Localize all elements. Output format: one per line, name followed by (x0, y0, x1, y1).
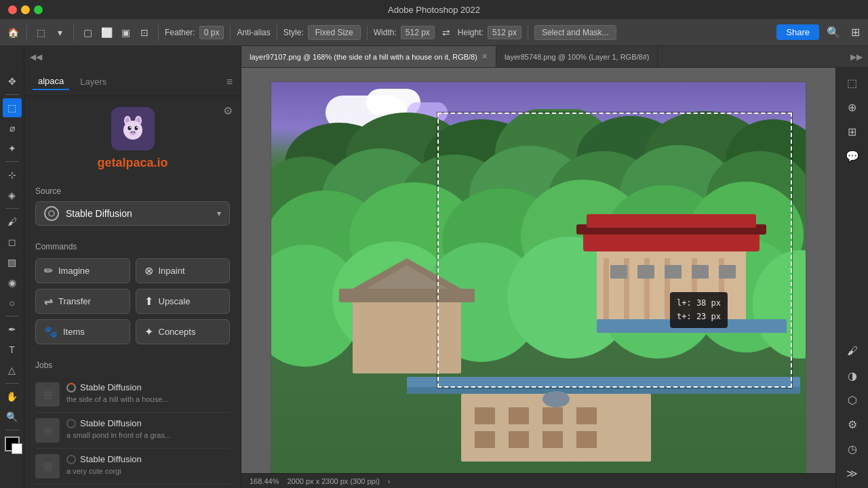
close-button[interactable] (8, 5, 17, 14)
job-thumb-icon-2: ⊞ (43, 424, 52, 437)
pen-tool[interactable]: ✒ (3, 320, 22, 339)
right-gradient-icon[interactable]: ◑ (842, 365, 863, 386)
style-label: Style: (283, 28, 304, 37)
move-tool[interactable]: ✥ (3, 72, 22, 91)
svg-point-7 (134, 126, 138, 130)
tool-sep6 (5, 430, 19, 430)
tools-panel: ✥ ⬚ ⌀ ✦ ⊹ ◈ 🖌 ◻ ▨ ◉ ○ ✒ T △ ✋ 🔍 (0, 68, 24, 488)
swap-icon[interactable]: ⇄ (439, 25, 454, 40)
paint-bucket-tool[interactable]: ▨ (3, 253, 22, 272)
home-icon[interactable]: 🏠 (5, 25, 20, 40)
svg-rect-62 (407, 387, 800, 394)
items-label: Items (63, 327, 85, 337)
job-status-3: Stable Diffusion (66, 454, 230, 464)
svg-rect-57 (353, 299, 461, 373)
brush-tool[interactable]: 🖌 (3, 212, 22, 231)
items-button[interactable]: 🐾 Items (35, 319, 130, 344)
sidebar-header: alpaca Layers ≡ (24, 68, 241, 96)
transform-icon[interactable]: ⊡ (137, 25, 152, 40)
inpaint-button[interactable]: ⊗ Inpaint (136, 258, 231, 283)
height-value[interactable]: 512 px (488, 26, 521, 39)
upscale-button[interactable]: ⬆ Upscale (136, 289, 231, 314)
right-history-icon[interactable]: ◷ (842, 438, 863, 460)
job-item-1[interactable]: ⊞ Stable Diffusion the side of a hill wi… (35, 377, 230, 413)
svg-rect-64 (475, 407, 495, 424)
marquee-icon[interactable]: ⬚ (33, 25, 48, 40)
foreground-color[interactable] (5, 436, 20, 451)
source-chevron-icon: ▾ (217, 209, 221, 218)
right-collapse-icon[interactable]: ≫ (842, 462, 863, 484)
tab-alpaca[interactable]: alpaca (33, 73, 69, 90)
select-mask-button[interactable]: Select and Mask... (534, 25, 616, 40)
job-info-2: Stable Diffusion a small pond in front o… (66, 418, 230, 439)
svg-point-6 (127, 126, 131, 130)
feather-value[interactable]: 0 px (199, 26, 224, 39)
source-name: Stable Diffusion (66, 208, 210, 219)
shape-tool[interactable]: △ (3, 361, 22, 380)
inpaint-label: Inpaint (159, 266, 185, 276)
upscale-icon: ⬆ (144, 295, 153, 308)
zoom-tool[interactable]: 🔍 (3, 407, 22, 426)
search-icon[interactable]: 🔍 (826, 25, 841, 40)
job-title-3: Stable Diffusion (80, 454, 142, 464)
svg-point-8 (130, 127, 131, 128)
share-button[interactable]: Share (776, 24, 819, 40)
brand-url[interactable]: getalpaca.io (97, 156, 167, 170)
crop-tool[interactable]: ⊹ (3, 165, 22, 184)
job-desc-3: a very cute corgi (66, 467, 230, 475)
right-comment-icon[interactable]: 💬 (842, 145, 863, 167)
lasso-tool[interactable]: ⌀ (3, 119, 22, 138)
right-brush-icon[interactable]: 🖌 (842, 340, 863, 362)
width-value[interactable]: 512 px (401, 26, 435, 39)
right-3d-icon[interactable]: ⬡ (842, 389, 863, 411)
maximize-button[interactable] (34, 5, 43, 14)
feather-label: Feather: (165, 28, 195, 37)
canvas-image[interactable]: l+: 38 px t+: 23 px (271, 81, 806, 474)
intersect-icon[interactable]: ⬜ (99, 25, 114, 40)
tab-layers[interactable]: Layers (75, 74, 112, 89)
tab-active-label: layer97107.png @ 168% (the side of a hil… (250, 53, 477, 61)
sidebar-menu-button[interactable]: ≡ (226, 76, 233, 88)
tab-inactive[interactable]: layer85748.png @ 100% (Layer 1, RGB/8#) (496, 46, 658, 67)
tab-active[interactable]: layer97107.png @ 168% (the side of a hil… (241, 46, 496, 67)
forest-area (271, 109, 806, 474)
blur-tool[interactable]: ◉ (3, 273, 22, 292)
concepts-button[interactable]: ✦ Concepts (136, 319, 231, 344)
svg-rect-66 (542, 407, 563, 424)
text-tool[interactable]: T (3, 340, 22, 359)
subtract-icon[interactable]: ▣ (118, 25, 133, 40)
sep4 (230, 25, 231, 40)
jobs-label: Jobs (35, 361, 230, 370)
eyedropper-tool[interactable]: ◈ (3, 186, 22, 205)
svg-point-13 (131, 133, 135, 135)
right-adjust-icon[interactable]: ⊕ (842, 96, 863, 118)
right-settings-icon[interactable]: ⚙ (842, 413, 863, 435)
anti-alias-label: Anti-alias (237, 28, 270, 37)
transfer-button[interactable]: ⇌ Transfer (35, 289, 130, 314)
eraser-tool[interactable]: ◻ (3, 232, 22, 251)
imagine-label: Imagine (58, 266, 90, 276)
source-dropdown[interactable]: Stable Diffusion ▾ (35, 201, 230, 226)
right-layers-icon[interactable]: ⊞ (842, 121, 863, 142)
marquee-tool[interactable]: ⬚ (3, 98, 22, 117)
dodge-tool[interactable]: ○ (3, 293, 22, 312)
marquee-options-icon[interactable]: ▾ (52, 25, 67, 40)
job-item-2[interactable]: ⊞ Stable Diffusion a small pond in front… (35, 413, 230, 449)
square-icon[interactable]: ▢ (80, 25, 95, 40)
canvas-content[interactable]: l+: 38 px t+: 23 px 168.44% 2000 px x 23… (241, 68, 835, 488)
job-item-4[interactable]: ⊞ Stable Diffusion (35, 485, 230, 488)
hand-tool[interactable]: ✋ (3, 387, 22, 406)
tab-active-close[interactable]: ✕ (481, 52, 488, 61)
job-title-1: Stable Diffusion (80, 382, 142, 392)
job-item-3[interactable]: ⊞ Stable Diffusion a very cute corgi (35, 449, 230, 485)
window-controls[interactable] (8, 5, 43, 14)
right-select-icon[interactable]: ⬚ (842, 72, 863, 94)
magic-wand-tool[interactable]: ✦ (3, 139, 22, 158)
imagine-button[interactable]: ✏ Imagine (35, 258, 130, 283)
view-icon[interactable]: ⊞ (848, 25, 863, 40)
job-status-1: Stable Diffusion (66, 382, 230, 392)
style-dropdown[interactable]: Fixed Size (308, 25, 361, 40)
minimize-button[interactable] (21, 5, 30, 14)
settings-icon[interactable]: ⚙ (223, 104, 233, 117)
items-icon: 🐾 (44, 325, 58, 338)
